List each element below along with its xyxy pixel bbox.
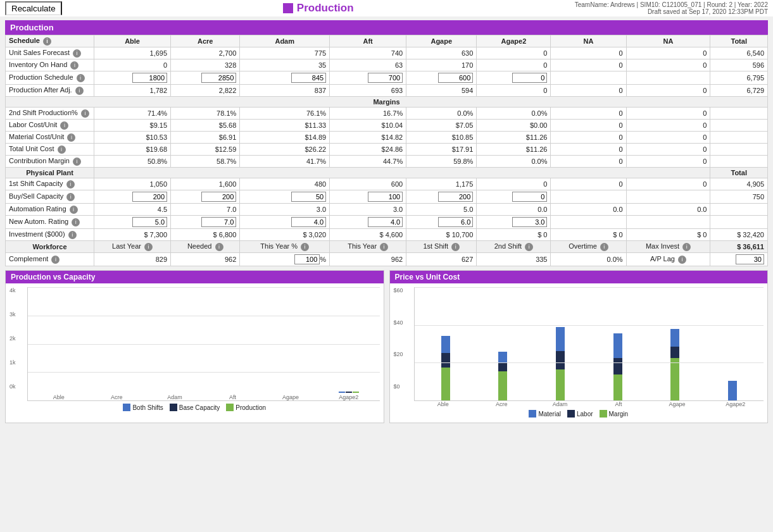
cell-input[interactable] [330,216,406,229]
page-title: Production [297,2,354,15]
prod-schedule-agape2-input[interactable] [512,73,547,83]
new-auto-able-input[interactable] [132,217,167,227]
cell: $7.05 [406,120,477,132]
chart2-header: Price vs Unit Cost [390,271,768,283]
cell: $ 4,600 [330,229,406,241]
cell-input[interactable] [94,190,171,204]
2nd-shift-info-icon[interactable]: i [81,109,89,118]
cell-input[interactable] [477,216,551,229]
cell-input[interactable] [406,71,477,85]
cell: 2,822 [171,85,240,97]
new-auto-rating-info-icon[interactable]: i [72,218,80,226]
cell: $ 0 [551,229,626,241]
cell: $12.59 [171,144,240,156]
last-year-info-icon[interactable]: i [144,243,153,251]
row-label-labor-cost: Labor Cost/Unit i [6,120,94,132]
col-aft: Aft [330,35,406,47]
cell-input[interactable] [171,190,240,204]
table-row: Investment ($000) i $ 7,300 $ 6,800 $ 3,… [6,229,768,241]
prod-schedule-info-icon[interactable]: i [77,74,85,82]
cell-input[interactable] [406,216,477,229]
col-agape2: Agape2 [477,35,551,47]
buy-sell-agape2-input[interactable] [512,192,547,202]
complement-info-icon[interactable]: i [51,256,60,264]
col-agape: Agape [406,35,477,47]
schedule-info-icon[interactable]: i [43,37,51,46]
cell-input[interactable] [94,216,171,229]
cell-input[interactable] [94,71,171,85]
cell-input[interactable] [240,216,330,229]
cell: 0 [551,108,626,120]
cell: 0 [551,120,626,132]
row-label-1st-shift-cap: 1st Shift Capacity i [6,178,94,190]
table-row: Inventory On Hand i 0 328 35 63 170 0 0 … [6,59,768,71]
recalculate-button[interactable]: Recalculate [5,1,62,15]
cell [710,216,768,229]
new-auto-agape2-input[interactable] [512,217,547,227]
this-year-info-icon[interactable]: i [380,243,388,251]
cell-input[interactable] [240,190,330,204]
bar-base-cap [346,392,352,393]
ap-lag-value-input[interactable] [736,254,764,264]
cell-input-ap-lag-val[interactable] [710,253,768,266]
labor-cost-info-icon[interactable]: i [60,121,68,130]
cell-input[interactable] [171,71,240,85]
x-label-able: Able [53,394,65,400]
contrib-margin-info-icon[interactable]: i [73,158,81,166]
cell-input-this-year-pct[interactable]: % [240,253,330,266]
cell: $ 32,420 [710,229,768,241]
cell-input[interactable] [477,71,551,85]
new-auto-acre-input[interactable] [201,217,236,227]
new-auto-aft-input[interactable] [368,217,403,227]
table-row: Automation Rating i 4.5 7.0 3.0 3.0 5.0 … [6,204,768,216]
cell-input[interactable] [406,190,477,204]
table-row: Contribution Margin i 50.8% 58.7% 41.7% … [6,156,768,168]
new-auto-adam-input[interactable] [291,217,326,227]
margins-section-row: Margins [6,97,768,108]
cell [551,216,626,229]
this-year-pct-info-icon[interactable]: i [301,243,309,251]
1st-shift-info-icon[interactable]: i [451,243,460,251]
buy-sell-cap-info-icon[interactable]: i [66,193,75,201]
cell-input[interactable] [171,216,240,229]
1st-shift-cap-info-icon[interactable]: i [66,180,75,189]
row-label-prod-schedule: Production Schedule i [6,71,94,85]
x-label-acre: Acre [111,394,123,400]
prod-schedule-agape-input[interactable] [438,73,473,83]
inventory-info-icon[interactable]: i [70,61,79,70]
needed-info-icon[interactable]: i [215,243,223,251]
prod-schedule-acre-input[interactable] [201,73,236,83]
auto-rating-info-icon[interactable]: i [70,206,78,214]
investment-info-icon[interactable]: i [68,231,77,239]
cell-input[interactable] [477,190,551,204]
new-auto-agape-input[interactable] [438,217,473,227]
prod-schedule-able-input[interactable] [132,73,167,83]
complement-this-year-pct-input[interactable] [294,254,320,264]
workforce-header: Workforce [6,241,94,253]
table-row: Production After Adj. i 1,782 2,822 837 … [6,85,768,97]
max-invest-info-icon[interactable]: i [682,243,691,251]
cell-input[interactable] [330,71,406,85]
buy-sell-aft-input[interactable] [368,192,403,202]
prod-schedule-aft-input[interactable] [368,73,403,83]
margin-segment [670,358,679,400]
cell: 16.7% [330,108,406,120]
prod-adj-info-icon[interactable]: i [75,87,84,95]
total-unit-cost-info-icon[interactable]: i [58,145,66,154]
ap-lag-info-icon[interactable]: i [678,256,686,264]
buy-sell-adam-input[interactable] [291,192,326,202]
table-row: 1st Shift Capacity i 1,050 1,600 480 600… [6,178,768,190]
buy-sell-acre-input[interactable] [201,192,236,202]
unit-sales-info-icon[interactable]: i [73,49,81,58]
cell-input[interactable] [330,190,406,204]
overtime-info-icon[interactable]: i [600,243,608,251]
buy-sell-agape-input[interactable] [438,192,473,202]
buy-sell-able-input[interactable] [132,192,167,202]
y-label-0: $0 [394,383,414,390]
cell: 0 [477,178,551,190]
cell: 0 [477,59,551,71]
prod-schedule-adam-input[interactable] [291,73,326,83]
2nd-shift-workforce-info-icon[interactable]: i [525,243,533,251]
cell-input[interactable] [240,71,330,85]
material-cost-info-icon[interactable]: i [67,133,75,142]
